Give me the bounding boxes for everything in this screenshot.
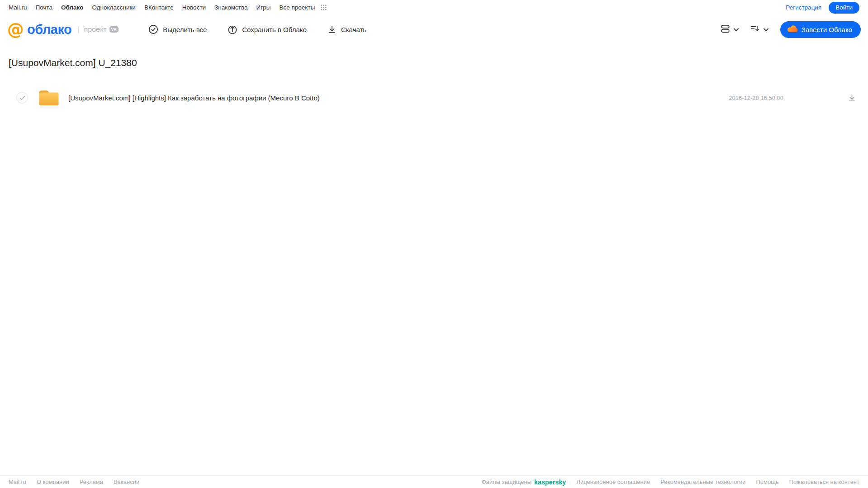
list-view-icon bbox=[721, 24, 730, 35]
chevron-down-icon bbox=[764, 25, 768, 33]
portal-link-cloud[interactable]: Облако bbox=[61, 4, 83, 11]
portal-topbar-right: Регистрация Войти bbox=[786, 2, 859, 14]
portal-link-odnoklassniki[interactable]: Одноклассники bbox=[92, 4, 135, 11]
sort-dropdown[interactable] bbox=[750, 24, 768, 34]
footer-link-ads[interactable]: Реклама bbox=[80, 479, 103, 485]
page-title: [UsupovMarket.com] U_21380 bbox=[9, 57, 868, 68]
cloud-upload-icon bbox=[228, 24, 237, 34]
row-download-icon[interactable] bbox=[848, 94, 856, 102]
select-all-label: Выделить все bbox=[163, 26, 207, 33]
footer-link-report-content[interactable]: Пожаловаться на контент bbox=[789, 479, 859, 485]
create-cloud-label: Завести Облако bbox=[802, 26, 852, 33]
footer-link-mailru[interactable]: Mail.ru bbox=[9, 479, 26, 485]
footer-right-links: Файлы защищены kaspersky Лицензионное со… bbox=[482, 479, 859, 486]
cloud-header: @ облако | проект VK Выделить все bbox=[0, 15, 868, 44]
registration-link[interactable]: Регистрация bbox=[786, 4, 821, 11]
save-to-cloud-label: Сохранить в Облако bbox=[242, 26, 307, 33]
logo-divider: | bbox=[77, 25, 79, 34]
project-label: проект bbox=[84, 25, 107, 33]
portal-link-news[interactable]: Новости bbox=[182, 4, 206, 11]
view-mode-dropdown[interactable] bbox=[721, 24, 739, 35]
portal-link-games[interactable]: Игры bbox=[256, 4, 271, 11]
footer-link-recommendation-tech[interactable]: Рекомендательные технологии bbox=[660, 479, 745, 485]
main-content: [UsupovMarket.com] U_21380 [UsupovMarket… bbox=[0, 57, 868, 110]
download-label: Скачать bbox=[341, 26, 366, 33]
footer-link-about[interactable]: О компании bbox=[37, 479, 69, 485]
footer-link-license[interactable]: Лицензионное соглашение bbox=[576, 479, 650, 485]
toolbar: Выделить все Сохранить в Облако bbox=[148, 24, 366, 34]
footer: Mail.ru О компании Реклама Вакансии Файл… bbox=[0, 475, 868, 488]
login-button[interactable]: Войти bbox=[829, 2, 859, 14]
file-date: 2016-12-28 16:50:00 bbox=[729, 95, 783, 101]
footer-link-jobs[interactable]: Вакансии bbox=[114, 479, 139, 485]
footer-link-help[interactable]: Помощь bbox=[756, 479, 778, 485]
mailru-at-icon: @ bbox=[7, 23, 24, 36]
select-all-button[interactable]: Выделить все bbox=[148, 24, 207, 34]
save-to-cloud-button[interactable]: Сохранить в Облако bbox=[228, 24, 307, 34]
check-circle-icon bbox=[148, 24, 158, 34]
portal-link-mail[interactable]: Почта bbox=[36, 4, 53, 11]
footer-left-links: Mail.ru О компании Реклама Вакансии bbox=[9, 479, 139, 485]
portal-link-dating[interactable]: Знакомства bbox=[214, 4, 247, 11]
portal-link-vkontakte[interactable]: ВКонтакте bbox=[144, 4, 174, 11]
file-name-link[interactable]: [UsupovMarket.com] [Highlights] Как зара… bbox=[68, 94, 320, 102]
kaspersky-logo[interactable]: kaspersky bbox=[534, 479, 566, 486]
vk-badge-icon: VK bbox=[109, 26, 119, 33]
cloud-icon bbox=[787, 25, 797, 34]
cloud-logo[interactable]: @ облако | проект VK bbox=[7, 23, 119, 36]
file-row[interactable]: [UsupovMarket.com] [Highlights] Как зара… bbox=[0, 85, 868, 110]
portal-link-mailru[interactable]: Mail.ru bbox=[9, 4, 27, 11]
chevron-down-icon bbox=[734, 25, 739, 33]
row-checkbox[interactable] bbox=[16, 92, 28, 104]
create-cloud-button[interactable]: Завести Облако bbox=[780, 21, 861, 38]
cloud-logo-text: облако bbox=[27, 23, 71, 36]
kaspersky-protection: Файлы защищены kaspersky bbox=[482, 479, 566, 486]
download-icon bbox=[327, 25, 337, 34]
sort-icon bbox=[750, 24, 759, 34]
files-protected-label: Файлы защищены bbox=[482, 479, 531, 485]
portal-nav: Mail.ru Почта Облако Одноклассники ВКонт… bbox=[9, 4, 327, 11]
portal-topbar: Mail.ru Почта Облако Одноклассники ВКонт… bbox=[0, 0, 868, 15]
download-button[interactable]: Скачать bbox=[327, 25, 366, 34]
apps-grid-icon[interactable] bbox=[321, 5, 327, 10]
header-right: Завести Облако bbox=[721, 21, 861, 38]
portal-link-all-projects[interactable]: Все проекты bbox=[279, 4, 315, 11]
folder-icon bbox=[38, 89, 60, 107]
